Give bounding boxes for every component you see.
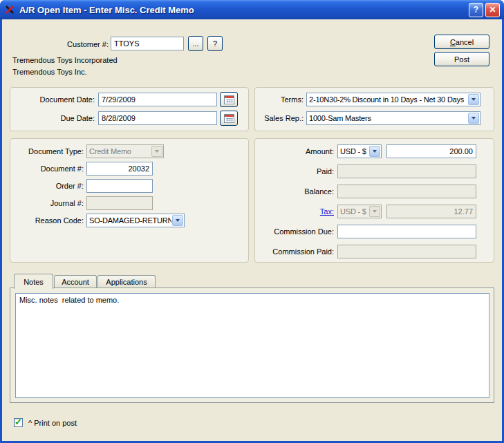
- balance-input: [337, 185, 476, 198]
- journal-number-label: Journal #:: [15, 198, 84, 208]
- amounts-group: Amount: USD - $ Paid: Balance: Tax: USD …: [254, 138, 494, 263]
- reason-code-combo-value: SO-DAMAGED-RETURNED-: [87, 214, 171, 227]
- chevron-down-icon: [172, 215, 183, 226]
- chevron-down-icon: [151, 146, 162, 157]
- window-title: A/R Open Item - Enter Misc. Credit Memo: [19, 5, 467, 15]
- due-date-calendar-button[interactable]: [220, 111, 238, 126]
- post-button[interactable]: Post: [434, 52, 489, 66]
- document-date-input[interactable]: [98, 93, 217, 106]
- app-icon: [4, 4, 15, 15]
- tax-currency-value: USD - $: [338, 205, 368, 218]
- tax-link[interactable]: Tax:: [320, 207, 334, 216]
- due-date-label: Due Date:: [15, 113, 95, 123]
- document-type-combo: Credit Memo: [86, 144, 164, 158]
- order-number-input[interactable]: [86, 179, 153, 193]
- journal-number-input: [86, 196, 153, 210]
- customer-help-button[interactable]: ?: [207, 36, 223, 51]
- chevron-down-icon: [369, 146, 380, 157]
- calendar-icon: [223, 94, 235, 105]
- titlebar[interactable]: A/R Open Item - Enter Misc. Credit Memo …: [0, 0, 504, 19]
- amount-input[interactable]: [386, 144, 476, 158]
- cancel-button-mnemonic: C: [450, 38, 456, 46]
- document-date-label: Document Date:: [15, 95, 95, 104]
- terms-label: Terms:: [259, 95, 304, 104]
- document-type-label: Document Type:: [15, 147, 84, 156]
- balance-label: Balance:: [259, 187, 334, 196]
- sales-rep-combo-value: 1000-Sam Masters: [307, 112, 467, 124]
- amount-currency-value: USD - $: [338, 145, 368, 158]
- titlebar-help-button[interactable]: ?: [469, 3, 483, 17]
- sales-rep-combo[interactable]: 1000-Sam Masters: [306, 111, 480, 125]
- customer-name-line1: Tremendous Toys Incorporated: [12, 55, 118, 65]
- print-on-post-label: ^ Print on post: [28, 418, 77, 428]
- dialog-body: Customer #: ... ? Cancel Post Tremendous…: [2, 19, 502, 441]
- chevron-down-icon: [369, 206, 380, 217]
- customer-browse-button[interactable]: ...: [188, 36, 203, 51]
- tab-account[interactable]: Account: [54, 275, 97, 288]
- customer-number-label: Customer #:: [30, 39, 109, 49]
- commission-paid-input: [337, 245, 476, 258]
- document-date-calendar-button[interactable]: [220, 92, 238, 107]
- tax-input: [386, 205, 476, 218]
- customer-number-input[interactable]: [111, 37, 184, 50]
- terms-combo[interactable]: 2-10N30-2% Discount in 10 Days - Net 30 …: [306, 93, 480, 106]
- commission-paid-label: Commission Paid:: [259, 247, 334, 256]
- paid-input: [337, 164, 476, 178]
- notes-textarea[interactable]: Misc. notes related to memo.: [15, 293, 489, 398]
- document-number-input[interactable]: [86, 162, 153, 176]
- order-number-label: Order #:: [15, 181, 84, 191]
- tax-label: Tax:: [259, 207, 334, 216]
- tab-notes[interactable]: Notes: [14, 274, 53, 289]
- due-date-input[interactable]: [98, 111, 217, 125]
- calendar-icon: [223, 113, 235, 124]
- tab-applications[interactable]: Applications: [97, 275, 156, 288]
- terms-group: Terms: 2-10N30-2% Discount in 10 Days - …: [254, 87, 494, 131]
- commission-due-input[interactable]: [337, 225, 476, 238]
- check-icon: ✓: [15, 417, 22, 428]
- document-number-label: Document #:: [15, 164, 84, 173]
- amount-currency-combo[interactable]: USD - $: [337, 144, 382, 158]
- document-group: Document Type: Credit Memo Document #: O…: [10, 138, 249, 263]
- reason-code-label: Reason Code:: [15, 216, 84, 225]
- commission-due-label: Commission Due:: [259, 227, 334, 236]
- cancel-button-label: ancel: [456, 38, 474, 46]
- print-on-post-checkbox[interactable]: ✓: [14, 418, 23, 427]
- customer-name-line2: Tremendous Toys Inc.: [12, 67, 87, 77]
- window: A/R Open Item - Enter Misc. Credit Memo …: [0, 0, 504, 443]
- paid-label: Paid:: [259, 167, 334, 176]
- tax-currency-combo: USD - $: [337, 205, 382, 218]
- sales-rep-label: Sales Rep.:: [259, 113, 304, 123]
- notes-tab-panel: Misc. notes related to memo.: [10, 288, 494, 403]
- document-type-combo-value: Credit Memo: [87, 145, 151, 158]
- titlebar-close-button[interactable]: ✕: [485, 3, 500, 17]
- reason-code-combo[interactable]: SO-DAMAGED-RETURNED-: [86, 214, 185, 227]
- terms-combo-value: 2-10N30-2% Discount in 10 Days - Net 30 …: [307, 93, 467, 106]
- chevron-down-icon: [468, 94, 479, 105]
- chevron-down-icon: [468, 113, 479, 124]
- dates-group: Document Date: Due Date:: [10, 87, 249, 131]
- cancel-button[interactable]: Cancel: [434, 35, 489, 49]
- amount-label: Amount:: [259, 147, 334, 156]
